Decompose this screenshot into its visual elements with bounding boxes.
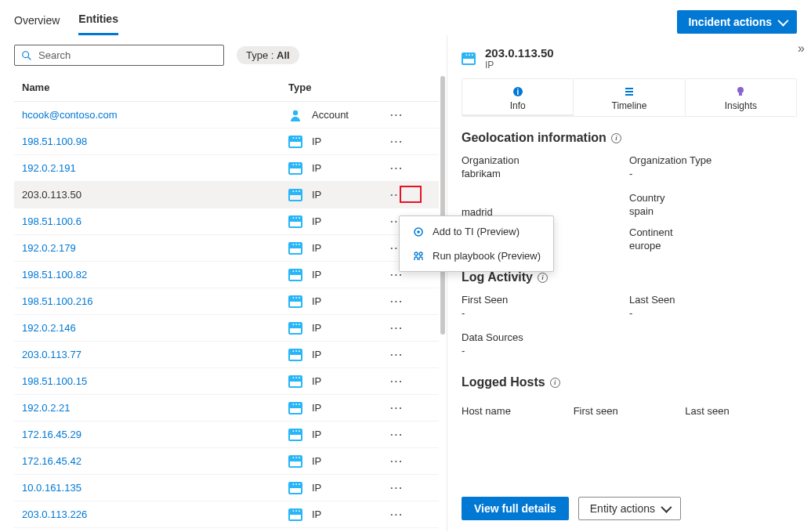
row-actions-button[interactable]: ··· (390, 349, 404, 360)
row-actions-button[interactable]: ··· (390, 455, 404, 467)
logactivity-grid: First Seen - Last Seen - Data Sources - (462, 294, 797, 356)
table-row[interactable]: 172.16.45.29IP··· (14, 422, 439, 448)
entity-link[interactable]: 192.0.2.146 (22, 322, 76, 334)
entity-link[interactable]: 198.51.100.98 (22, 136, 87, 147)
table-row[interactable]: 192.0.2.179IP··· (14, 235, 439, 262)
entity-link[interactable]: 203.0.113.50 (22, 189, 81, 201)
org-label: Organization (462, 154, 629, 166)
scrollbar[interactable] (439, 76, 447, 531)
chevron-down-icon (778, 16, 786, 28)
col-header-type[interactable]: Type (288, 81, 390, 93)
timeline-icon (624, 85, 635, 98)
table-row[interactable]: 10.0.161.135IP··· (14, 475, 439, 501)
info-tooltip-icon[interactable]: i (611, 133, 621, 143)
entity-link[interactable]: 198.51.100.216 (22, 295, 92, 307)
ip-icon (288, 215, 302, 228)
entity-type-label: IP (312, 482, 321, 494)
table-row[interactable]: hcook@contoso.comAccount··· (14, 102, 439, 128)
entity-actions-button[interactable]: Entity actions (578, 497, 681, 520)
table-row[interactable]: 203.0.113.50IP··· (14, 182, 439, 208)
table-row[interactable]: 203.0.113.77IP··· (14, 342, 439, 368)
orgtype-value: - (629, 168, 797, 179)
ip-icon (288, 508, 302, 521)
expand-panel-icon[interactable] (798, 42, 805, 56)
entity-actions-label: Entity actions (590, 502, 655, 515)
table-row[interactable]: 198.51.100.82IP··· (14, 262, 439, 288)
entity-header: 203.0.113.50 IP (462, 46, 797, 71)
search-input[interactable] (38, 49, 217, 61)
incident-actions-button[interactable]: Incident actions (677, 10, 797, 34)
context-menu-item[interactable]: Run playbook (Preview) (400, 244, 553, 268)
type-filter-value: All (277, 49, 290, 61)
entity-link[interactable]: 198.51.100.6 (22, 215, 81, 227)
svg-point-11 (417, 230, 420, 233)
info-tooltip-icon[interactable]: i (538, 273, 548, 283)
entity-link[interactable]: hcook@contoso.com (22, 109, 118, 121)
entity-link[interactable]: 203.0.113.77 (22, 349, 81, 360)
ip-icon (288, 269, 302, 281)
ip-icon (288, 429, 302, 441)
loggedhosts-title-text: Logged Hosts (462, 375, 545, 389)
row-actions-button[interactable]: ··· (390, 402, 404, 414)
row-actions-button[interactable]: ··· (390, 109, 404, 121)
svg-point-12 (415, 252, 418, 255)
table-row[interactable]: 198.51.100.6IP··· (14, 208, 439, 235)
context-menu-label: Run playbook (Preview) (433, 250, 541, 262)
filter-row: Type : All (14, 45, 439, 66)
entity-link[interactable]: 172.16.45.29 (22, 429, 81, 440)
info-tooltip-icon[interactable]: i (550, 378, 560, 388)
ip-icon (288, 349, 302, 361)
row-actions-button[interactable]: ··· (390, 375, 404, 387)
entity-link[interactable]: 198.51.100.82 (22, 269, 87, 280)
lastseen-value: - (629, 307, 797, 319)
row-actions-button[interactable]: ··· (390, 322, 404, 334)
view-full-details-button[interactable]: View full details (462, 497, 569, 520)
tab-overview[interactable]: Overview (14, 9, 60, 34)
main-tabs: Overview Entities (14, 8, 118, 35)
table-row[interactable]: 192.0.2.21IP··· (14, 395, 439, 422)
entity-link[interactable]: 203.0.113.226 (22, 508, 87, 520)
target-icon (412, 226, 425, 237)
table-row[interactable]: 203.0.113.226IP··· (14, 501, 439, 528)
tab-entities[interactable]: Entities (78, 8, 118, 35)
table-row[interactable]: 198.51.100.216IP··· (14, 288, 439, 315)
col-header-name[interactable]: Name (22, 81, 288, 93)
entity-type-label: IP (312, 295, 321, 307)
table-row[interactable]: 172.16.45.42IP··· (14, 448, 439, 475)
entity-type-label: IP (312, 455, 321, 467)
type-filter-pill[interactable]: Type : All (237, 46, 299, 64)
entity-type-label: IP (312, 322, 321, 334)
table-body: hcook@contoso.comAccount···198.51.100.98… (14, 102, 439, 531)
context-menu-label: Add to TI (Preview) (433, 226, 520, 237)
entity-link[interactable]: 172.16.45.42 (22, 455, 81, 467)
ip-icon (288, 136, 302, 148)
search-box[interactable] (14, 45, 224, 66)
table-row[interactable]: 192.0.2.191IP··· (14, 155, 439, 182)
entity-link[interactable]: 10.0.161.135 (22, 482, 81, 494)
tab-info[interactable]: i Info (462, 79, 574, 116)
tab-insights[interactable]: Insights (686, 79, 796, 116)
svg-text:i: i (516, 88, 519, 96)
row-actions-button[interactable]: ··· (390, 162, 404, 174)
context-menu-item[interactable]: Add to TI (Preview) (400, 219, 553, 244)
entity-link[interactable]: 192.0.2.21 (22, 402, 70, 414)
table-row[interactable]: 198.51.100.98IP··· (14, 128, 439, 155)
lastseen-label: Last Seen (629, 294, 797, 306)
entity-link[interactable]: 192.0.2.191 (22, 162, 76, 174)
table-row[interactable]: 198.51.100.15IP··· (14, 368, 439, 395)
tab-timeline[interactable]: Timeline (574, 79, 685, 116)
entity-type-label: IP (312, 349, 321, 360)
row-actions-button[interactable]: ··· (390, 295, 404, 307)
row-actions-button[interactable]: ··· (390, 429, 404, 440)
row-actions-button[interactable]: ··· (390, 136, 404, 147)
svg-rect-9 (739, 93, 742, 96)
row-actions-button[interactable]: ··· (390, 482, 404, 494)
insights-icon (735, 85, 746, 98)
table-row[interactable]: 192.0.2.146IP··· (14, 315, 439, 342)
entity-link[interactable]: 192.0.2.179 (22, 242, 76, 254)
datasources-value: - (462, 345, 629, 356)
row-actions-button[interactable]: ··· (390, 508, 404, 520)
entity-type-label: IP (312, 429, 321, 440)
row-actions-button[interactable]: ··· (390, 189, 404, 201)
entity-link[interactable]: 198.51.100.15 (22, 375, 87, 387)
